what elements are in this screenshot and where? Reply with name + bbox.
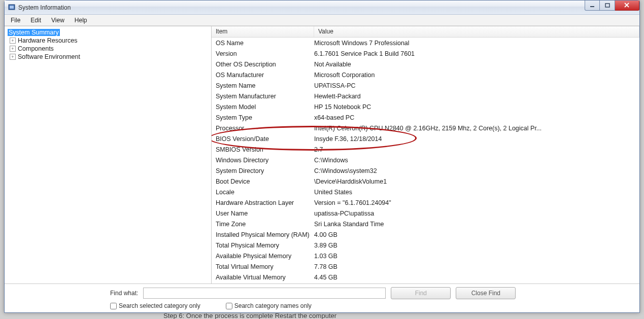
row-item: Available Virtual Memory	[212, 274, 314, 281]
table-row[interactable]: System Typex64-based PC	[212, 112, 639, 123]
table-row[interactable]: Total Physical Memory3.89 GB	[212, 240, 639, 251]
category-tree[interactable]: System Summary+Hardware Resources+Compon…	[5, 26, 212, 283]
tree-item-label: Components	[18, 45, 54, 52]
row-value: Version = "6.1.7601.24094"	[314, 199, 639, 206]
row-item: BIOS Version/Date	[212, 135, 314, 143]
row-value: Hewlett-Packard	[314, 93, 639, 100]
menu-edit[interactable]: Edit	[25, 16, 46, 25]
table-row[interactable]: LocaleUnited States	[212, 187, 639, 197]
table-row[interactable]: User Nameupatissa-PC\upatissa	[212, 208, 639, 219]
menu-file[interactable]: File	[6, 16, 25, 25]
row-value: 4.00 GB	[314, 231, 639, 238]
search-selected-category-checkbox[interactable]: Search selected category only	[110, 302, 200, 309]
find-bar: Find what: Find Close Find Search select…	[5, 283, 639, 312]
table-row[interactable]: Version6.1.7601 Service Pack 1 Build 760…	[212, 48, 639, 59]
find-input[interactable]	[143, 288, 386, 299]
table-row[interactable]: System ModelHP 15 Notebook PC	[212, 101, 639, 112]
tree-item-label: Software Environment	[18, 53, 80, 60]
column-header-value[interactable]: Value	[314, 26, 639, 37]
menu-help[interactable]: Help	[70, 16, 92, 25]
cb-category-names-label: Search category names only	[234, 302, 312, 309]
tree-item[interactable]: +Software Environment	[6, 53, 210, 61]
details-header: Item Value	[212, 26, 639, 38]
minimize-button[interactable]	[585, 1, 600, 11]
table-row[interactable]: Hardware Abstraction LayerVersion = "6.1…	[212, 197, 639, 208]
row-value: United States	[314, 189, 639, 196]
page-caption: Step 6: Once the process is complete Res…	[163, 312, 336, 319]
table-row[interactable]: System ManufacturerHewlett-Packard	[212, 91, 639, 101]
table-row[interactable]: Time ZoneSri Lanka Standard Time	[212, 219, 639, 229]
row-value: Intel(R) Celeron(R) CPU N2840 @ 2.16GHz,…	[314, 125, 639, 132]
row-item: Locale	[212, 189, 314, 196]
row-item: Installed Physical Memory (RAM)	[212, 231, 314, 238]
row-item: SMBIOS Version	[212, 146, 314, 153]
maximize-button[interactable]	[600, 1, 615, 11]
cb-selected-category[interactable]	[110, 303, 117, 309]
table-row[interactable]: OS NameMicrosoft Windows 7 Professional	[212, 38, 639, 48]
row-item: Available Physical Memory	[212, 253, 314, 260]
table-row[interactable]: System NameUPATISSA-PC	[212, 80, 639, 91]
row-item: Total Physical Memory	[212, 242, 314, 249]
row-value: HP 15 Notebook PC	[314, 103, 639, 111]
svg-rect-3	[605, 4, 609, 7]
tree-item[interactable]: +Components	[6, 45, 210, 53]
content-area: System Summary+Hardware Resources+Compon…	[5, 26, 639, 283]
row-value: 1.03 GB	[314, 253, 639, 260]
row-item: OS Name	[212, 40, 314, 47]
row-value: 7.78 GB	[314, 263, 639, 270]
row-item: System Model	[212, 103, 314, 111]
tree-item[interactable]: System Summary	[6, 28, 210, 37]
row-value: UPATISSA-PC	[314, 82, 639, 89]
table-row[interactable]: Windows DirectoryC:\Windows	[212, 155, 639, 165]
close-find-button[interactable]: Close Find	[456, 287, 516, 299]
table-row[interactable]: Installed Physical Memory (RAM)4.00 GB	[212, 229, 639, 240]
window-title: System Information	[18, 4, 71, 11]
row-item: System Type	[212, 114, 314, 121]
search-category-names-checkbox[interactable]: Search category names only	[226, 302, 312, 309]
row-value: 6.1.7601 Service Pack 1 Build 7601	[314, 50, 639, 57]
titlebar[interactable]: System Information	[5, 1, 639, 15]
column-header-item[interactable]: Item	[212, 26, 314, 37]
tree-item-label: System Summary	[8, 29, 60, 36]
table-row[interactable]: System DirectoryC:\Windows\system32	[212, 165, 639, 176]
row-value: 4.45 GB	[314, 274, 639, 281]
details-list[interactable]: OS NameMicrosoft Windows 7 ProfessionalV…	[212, 38, 639, 283]
row-item: Windows Directory	[212, 157, 314, 164]
expand-icon[interactable]: +	[10, 46, 16, 52]
table-row[interactable]: Boot Device\Device\HarddiskVolume1	[212, 176, 639, 187]
row-value: Microsoft Corporation	[314, 72, 639, 79]
expand-icon[interactable]: +	[10, 54, 16, 60]
row-item: System Name	[212, 82, 314, 89]
find-button[interactable]: Find	[391, 287, 451, 299]
menu-view[interactable]: View	[46, 16, 70, 25]
expand-icon[interactable]: +	[10, 38, 16, 44]
row-value: x64-based PC	[314, 114, 639, 121]
row-item: System Directory	[212, 167, 314, 174]
system-information-window: System Information File Edit View Help S…	[4, 0, 640, 313]
svg-rect-1	[10, 6, 14, 9]
table-row[interactable]: Other OS DescriptionNot Available	[212, 59, 639, 69]
row-item: User Name	[212, 210, 314, 217]
row-item: Boot Device	[212, 178, 314, 185]
table-row[interactable]: Available Virtual Memory4.45 GB	[212, 272, 639, 282]
find-label: Find what:	[110, 290, 138, 297]
row-item: Version	[212, 50, 314, 57]
tree-item[interactable]: +Hardware Resources	[6, 37, 210, 45]
row-item: Other OS Description	[212, 61, 314, 68]
window-controls	[585, 1, 639, 11]
row-value: Microsoft Windows 7 Professional	[314, 40, 639, 47]
close-button[interactable]	[615, 1, 639, 11]
table-row[interactable]: Total Virtual Memory7.78 GB	[212, 261, 639, 272]
row-value: Sri Lanka Standard Time	[314, 221, 639, 228]
row-item: Total Virtual Memory	[212, 263, 314, 270]
table-row[interactable]: BIOS Version/DateInsyde F.36, 12/18/2014	[212, 133, 639, 144]
row-value: C:\Windows	[314, 157, 639, 164]
table-row[interactable]: SMBIOS Version2.7	[212, 144, 639, 155]
row-item: Time Zone	[212, 221, 314, 228]
cb-category-names[interactable]	[226, 303, 232, 309]
row-item: OS Manufacturer	[212, 72, 314, 79]
table-row[interactable]: Available Physical Memory1.03 GB	[212, 251, 639, 261]
table-row[interactable]: OS ManufacturerMicrosoft Corporation	[212, 69, 639, 80]
table-row[interactable]: ProcessorIntel(R) Celeron(R) CPU N2840 @…	[212, 123, 639, 133]
menubar: File Edit View Help	[5, 15, 639, 26]
